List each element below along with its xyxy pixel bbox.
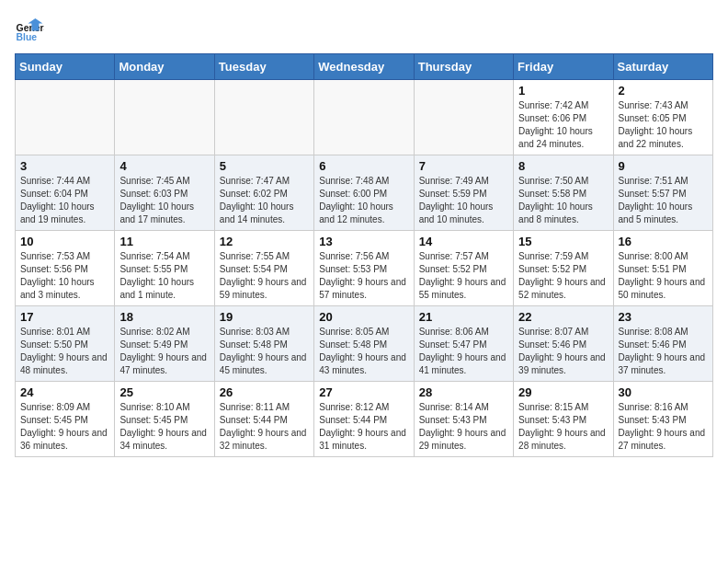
day-number: 21 <box>419 310 508 324</box>
calendar-week-row: 3 Sunrise: 7:44 AMSunset: 6:04 PMDayligh… <box>16 155 713 231</box>
day-info: Sunrise: 7:57 AMSunset: 5:52 PMDaylight:… <box>419 250 508 302</box>
calendar-cell: 27 Sunrise: 8:12 AMSunset: 5:44 PMDaylig… <box>314 382 414 457</box>
day-number: 15 <box>518 235 608 248</box>
day-info: Sunrise: 8:03 AMSunset: 5:48 PMDaylight:… <box>220 326 309 377</box>
calendar-table: SundayMondayTuesdayWednesdayThursdayFrid… <box>15 53 713 457</box>
day-info: Sunrise: 7:42 AMSunset: 6:06 PMDaylight:… <box>518 99 608 151</box>
day-info: Sunrise: 7:43 AMSunset: 6:05 PMDaylight:… <box>619 99 708 151</box>
calendar-cell: 11 Sunrise: 7:54 AMSunset: 5:55 PMDaylig… <box>115 231 214 306</box>
weekday-header: Saturday <box>613 54 712 80</box>
calendar-week-row: 17 Sunrise: 8:01 AMSunset: 5:50 PMDaylig… <box>16 306 713 382</box>
calendar-cell <box>115 80 214 155</box>
day-number: 26 <box>220 385 309 399</box>
day-number: 11 <box>119 235 209 248</box>
calendar-cell: 12 Sunrise: 7:55 AMSunset: 5:54 PMDaylig… <box>214 231 313 306</box>
day-info: Sunrise: 8:12 AMSunset: 5:44 PMDaylight:… <box>319 401 408 453</box>
day-info: Sunrise: 8:06 AMSunset: 5:47 PMDaylight:… <box>419 326 508 377</box>
day-info: Sunrise: 8:15 AMSunset: 5:43 PMDaylight:… <box>518 401 608 453</box>
calendar-cell: 2 Sunrise: 7:43 AMSunset: 6:05 PMDayligh… <box>613 80 712 155</box>
day-info: Sunrise: 8:07 AMSunset: 5:46 PMDaylight:… <box>518 326 608 377</box>
day-info: Sunrise: 7:49 AMSunset: 5:59 PMDaylight:… <box>419 175 508 226</box>
day-info: Sunrise: 7:54 AMSunset: 5:55 PMDaylight:… <box>119 250 209 302</box>
day-info: Sunrise: 7:55 AMSunset: 5:54 PMDaylight:… <box>220 250 309 302</box>
day-info: Sunrise: 7:45 AMSunset: 6:03 PMDaylight:… <box>119 175 209 226</box>
svg-text:General: General <box>17 23 44 33</box>
calendar-cell: 28 Sunrise: 8:14 AMSunset: 5:43 PMDaylig… <box>414 382 513 457</box>
day-number: 20 <box>319 310 408 324</box>
day-number: 3 <box>20 159 109 173</box>
page-header: General Blue <box>15 15 713 44</box>
calendar-cell <box>214 80 313 155</box>
day-info: Sunrise: 7:51 AMSunset: 5:57 PMDaylight:… <box>619 175 708 226</box>
calendar-cell: 10 Sunrise: 7:53 AMSunset: 5:56 PMDaylig… <box>16 231 115 306</box>
calendar-cell: 3 Sunrise: 7:44 AMSunset: 6:04 PMDayligh… <box>16 155 115 231</box>
calendar-cell: 26 Sunrise: 8:11 AMSunset: 5:44 PMDaylig… <box>214 382 313 457</box>
day-number: 24 <box>20 385 109 399</box>
weekday-header: Friday <box>514 54 613 80</box>
day-number: 10 <box>20 235 109 248</box>
day-number: 27 <box>319 385 408 399</box>
day-info: Sunrise: 7:44 AMSunset: 6:04 PMDaylight:… <box>20 175 109 226</box>
calendar-cell: 25 Sunrise: 8:10 AMSunset: 5:45 PMDaylig… <box>115 382 214 457</box>
weekday-header: Wednesday <box>314 54 414 80</box>
calendar-cell: 13 Sunrise: 7:56 AMSunset: 5:53 PMDaylig… <box>314 231 414 306</box>
day-info: Sunrise: 8:10 AMSunset: 5:45 PMDaylight:… <box>119 401 209 453</box>
calendar-cell <box>314 80 414 155</box>
calendar-week-row: 24 Sunrise: 8:09 AMSunset: 5:45 PMDaylig… <box>16 382 713 457</box>
day-number: 23 <box>619 310 708 324</box>
day-number: 1 <box>518 84 608 98</box>
calendar-cell: 19 Sunrise: 8:03 AMSunset: 5:48 PMDaylig… <box>214 306 313 382</box>
day-info: Sunrise: 8:02 AMSunset: 5:49 PMDaylight:… <box>119 326 209 377</box>
day-info: Sunrise: 7:56 AMSunset: 5:53 PMDaylight:… <box>319 250 408 302</box>
calendar-cell: 1 Sunrise: 7:42 AMSunset: 6:06 PMDayligh… <box>514 80 613 155</box>
weekday-header: Monday <box>115 54 214 80</box>
day-number: 6 <box>319 159 408 173</box>
day-info: Sunrise: 8:11 AMSunset: 5:44 PMDaylight:… <box>220 401 309 453</box>
calendar-cell: 9 Sunrise: 7:51 AMSunset: 5:57 PMDayligh… <box>613 155 712 231</box>
calendar-cell: 30 Sunrise: 8:16 AMSunset: 5:43 PMDaylig… <box>613 382 712 457</box>
day-info: Sunrise: 7:53 AMSunset: 5:56 PMDaylight:… <box>20 250 109 302</box>
day-number: 13 <box>319 235 408 248</box>
logo: General Blue <box>15 15 44 44</box>
calendar-week-row: 1 Sunrise: 7:42 AMSunset: 6:06 PMDayligh… <box>16 80 713 155</box>
day-info: Sunrise: 8:01 AMSunset: 5:50 PMDaylight:… <box>20 326 109 377</box>
calendar-cell: 29 Sunrise: 8:15 AMSunset: 5:43 PMDaylig… <box>514 382 613 457</box>
day-number: 7 <box>419 159 508 173</box>
calendar-week-row: 10 Sunrise: 7:53 AMSunset: 5:56 PMDaylig… <box>16 231 713 306</box>
calendar-cell: 18 Sunrise: 8:02 AMSunset: 5:49 PMDaylig… <box>115 306 214 382</box>
day-info: Sunrise: 7:59 AMSunset: 5:52 PMDaylight:… <box>518 250 608 302</box>
calendar-cell: 6 Sunrise: 7:48 AMSunset: 6:00 PMDayligh… <box>314 155 414 231</box>
day-info: Sunrise: 8:14 AMSunset: 5:43 PMDaylight:… <box>419 401 508 453</box>
calendar-cell <box>16 80 115 155</box>
day-number: 29 <box>518 385 608 399</box>
day-number: 14 <box>419 235 508 248</box>
svg-text:Blue: Blue <box>17 32 38 42</box>
calendar-cell: 5 Sunrise: 7:47 AMSunset: 6:02 PMDayligh… <box>214 155 313 231</box>
day-info: Sunrise: 7:47 AMSunset: 6:02 PMDaylight:… <box>220 175 309 226</box>
calendar-cell: 23 Sunrise: 8:08 AMSunset: 5:46 PMDaylig… <box>613 306 712 382</box>
day-info: Sunrise: 7:50 AMSunset: 5:58 PMDaylight:… <box>518 175 608 226</box>
day-number: 28 <box>419 385 508 399</box>
day-info: Sunrise: 8:16 AMSunset: 5:43 PMDaylight:… <box>619 401 708 453</box>
day-number: 2 <box>619 84 708 98</box>
calendar-cell: 16 Sunrise: 8:00 AMSunset: 5:51 PMDaylig… <box>613 231 712 306</box>
weekday-header: Sunday <box>16 54 115 80</box>
day-number: 9 <box>619 159 708 173</box>
day-info: Sunrise: 8:08 AMSunset: 5:46 PMDaylight:… <box>619 326 708 377</box>
calendar-cell: 4 Sunrise: 7:45 AMSunset: 6:03 PMDayligh… <box>115 155 214 231</box>
calendar-cell: 20 Sunrise: 8:05 AMSunset: 5:48 PMDaylig… <box>314 306 414 382</box>
day-info: Sunrise: 8:05 AMSunset: 5:48 PMDaylight:… <box>319 326 408 377</box>
logo-icon: General Blue <box>15 15 44 44</box>
calendar-cell: 17 Sunrise: 8:01 AMSunset: 5:50 PMDaylig… <box>16 306 115 382</box>
day-number: 19 <box>220 310 309 324</box>
calendar-cell: 22 Sunrise: 8:07 AMSunset: 5:46 PMDaylig… <box>514 306 613 382</box>
calendar-cell: 7 Sunrise: 7:49 AMSunset: 5:59 PMDayligh… <box>414 155 513 231</box>
day-info: Sunrise: 7:48 AMSunset: 6:00 PMDaylight:… <box>319 175 408 226</box>
day-number: 30 <box>619 385 708 399</box>
day-info: Sunrise: 8:09 AMSunset: 5:45 PMDaylight:… <box>20 401 109 453</box>
day-number: 4 <box>119 159 209 173</box>
day-number: 22 <box>518 310 608 324</box>
day-number: 17 <box>20 310 109 324</box>
weekday-header-row: SundayMondayTuesdayWednesdayThursdayFrid… <box>16 54 713 80</box>
calendar-cell: 8 Sunrise: 7:50 AMSunset: 5:58 PMDayligh… <box>514 155 613 231</box>
